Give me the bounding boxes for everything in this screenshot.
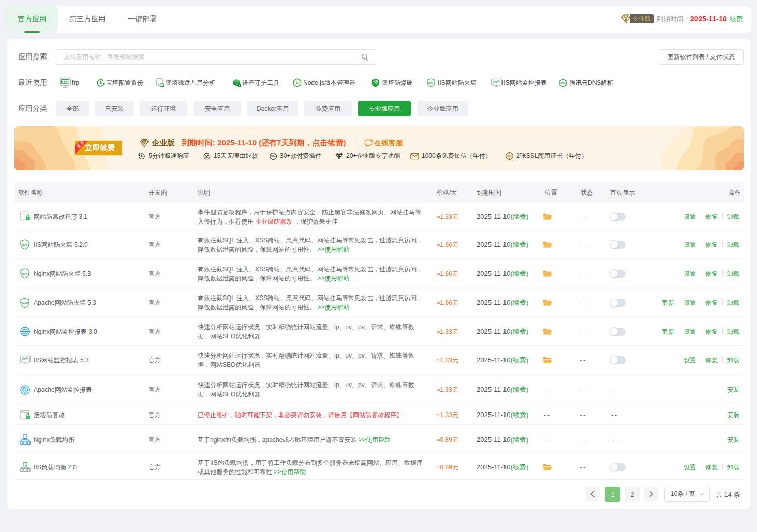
svg-text:FRP: FRP: [62, 80, 68, 83]
svg-text:DNS: DNS: [560, 82, 566, 84]
svg-text:SSL: SSL: [507, 155, 512, 158]
svg-text:企: 企: [142, 140, 146, 143]
svg-text:30+: 30+: [271, 155, 276, 158]
svg-text:JS: JS: [295, 81, 300, 85]
svg-text:WAF: WAF: [21, 302, 28, 305]
svg-text:WAF: WAF: [428, 81, 434, 84]
svg-text:WAF: WAF: [21, 272, 28, 275]
svg-text:WAF: WAF: [21, 243, 28, 246]
